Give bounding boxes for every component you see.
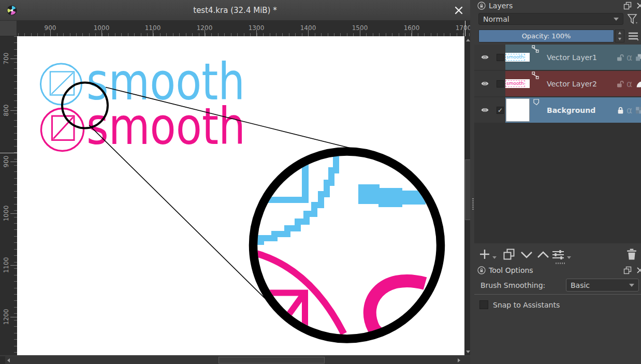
- scroll-right-button[interactable]: [456, 356, 462, 364]
- layer-thumbnail[interactable]: smooth: [505, 79, 530, 88]
- horizontal-scrollbar-thumb[interactable]: [218, 357, 325, 363]
- alpha-lock-icon[interactable]: α: [627, 105, 632, 115]
- snap-to-assistants-label: Snap to Assistants: [493, 301, 560, 309]
- lock-open-icon[interactable]: [617, 53, 624, 61]
- chevron-up-icon: [536, 250, 550, 260]
- blend-mode-value: Normal: [483, 15, 509, 23]
- lock-open-icon[interactable]: [617, 80, 624, 88]
- layer-style-icon[interactable]: [635, 53, 641, 61]
- chevron-down-icon: [567, 256, 571, 259]
- horizontal-ruler: 900 1000 1100 1200 1300 1400 1500 1600 1…: [17, 21, 471, 36]
- vruler-label: 1000: [3, 206, 10, 222]
- delete-layer-button[interactable]: [627, 245, 637, 260]
- vruler-label: 1100: [3, 257, 10, 273]
- tool-options-docker-header[interactable]: Tool Options: [477, 265, 641, 276]
- blend-mode-dropdown[interactable]: Normal: [478, 13, 623, 25]
- vruler-label: 800: [3, 105, 10, 117]
- canvas-drawing: smooth smooth: [17, 36, 464, 355]
- brush-smoothing-label: Brush Smoothing:: [480, 281, 545, 289]
- titlebar[interactable]: test4.kra (32.4 MiB) *: [0, 0, 470, 21]
- vruler-label: 700: [3, 53, 10, 65]
- docker-lock-icon[interactable]: [477, 266, 486, 274]
- panel-splitter-handle[interactable]: [472, 198, 474, 210]
- ruler-corner: [0, 21, 17, 36]
- layer-row-vector-layer1[interactable]: smooth Vector Layer1 α: [474, 45, 641, 70]
- layer-filter-icon[interactable]: [627, 13, 639, 25]
- chevron-down-icon: [520, 250, 533, 260]
- layers-docker-header[interactable]: Layers: [477, 0, 641, 11]
- scroll-left-button[interactable]: [5, 356, 12, 364]
- canvas[interactable]: smooth smooth: [17, 36, 464, 355]
- duplicate-layer-button[interactable]: [503, 245, 515, 260]
- vector-layer-badge-icon: [532, 71, 539, 79]
- pointer-position-marker: [465, 21, 465, 36]
- plus-icon: [479, 249, 490, 260]
- brush-smoothing-dropdown[interactable]: Basic: [566, 279, 639, 292]
- tool-options-docker-title: Tool Options: [489, 266, 533, 274]
- opacity-decrease-button[interactable]: [616, 36, 624, 42]
- close-icon[interactable]: [454, 5, 464, 16]
- vector-layer-badge-icon: [532, 45, 539, 53]
- chevron-down-icon: [492, 256, 497, 259]
- onion-skin-icon[interactable]: [635, 80, 641, 88]
- layer-checkbox[interactable]: [497, 54, 504, 61]
- opacity-spinner: [615, 30, 624, 42]
- canvas-text-magenta: smooth: [86, 97, 245, 156]
- vertical-ruler: 700 800 900 1000 1100 1200: [0, 36, 17, 355]
- alpha-lock-icon[interactable]: α: [627, 79, 632, 89]
- layers-docker-title: Layers: [489, 2, 513, 10]
- layer-checkbox[interactable]: ✓: [497, 107, 504, 114]
- vruler-label: 900: [3, 156, 10, 168]
- docker-panel: Layers Normal Opacity: 100%: [470, 0, 641, 364]
- add-layer-button[interactable]: [479, 245, 497, 260]
- magenta-vector-icon: [41, 109, 84, 151]
- properties-sliders-icon: [552, 250, 565, 260]
- move-layer-up-button[interactable]: [536, 245, 550, 260]
- visibility-eye-icon[interactable]: [480, 54, 489, 61]
- float-docker-icon[interactable]: [623, 2, 632, 10]
- move-layer-down-button[interactable]: [520, 245, 533, 260]
- layer-name[interactable]: Vector Layer2: [547, 80, 597, 88]
- divider: [474, 294, 641, 295]
- close-docker-icon[interactable]: [636, 266, 641, 274]
- krita-window: test4.kra (32.4 MiB) * 900 1000 1100 120…: [0, 0, 641, 364]
- pointer-position-marker: [0, 153, 17, 153]
- duplicate-icon: [503, 249, 515, 260]
- close-docker-icon[interactable]: [636, 2, 641, 10]
- visibility-eye-icon[interactable]: [480, 80, 489, 87]
- visibility-eye-icon[interactable]: [480, 107, 489, 113]
- opacity-value: Opacity: 100%: [522, 32, 571, 40]
- alpha-lock-icon[interactable]: α: [627, 52, 632, 63]
- layer-name[interactable]: Vector Layer1: [547, 53, 597, 62]
- horizontal-scrollbar[interactable]: [0, 356, 471, 364]
- window-title: test4.kra (32.4 MiB) *: [0, 6, 470, 15]
- layer-thumbnail[interactable]: smooth: [505, 53, 530, 62]
- opacity-slider[interactable]: Opacity: 100%: [478, 30, 614, 42]
- alpha-channel-icon[interactable]: [635, 106, 641, 114]
- vruler-label: 1200: [3, 309, 10, 325]
- layer-row-background[interactable]: ✓ Background α: [474, 97, 641, 123]
- trash-icon: [627, 249, 637, 260]
- checkmark-icon: ✓: [498, 107, 503, 114]
- chevron-down-icon: [614, 18, 619, 21]
- snap-to-assistants-checkbox[interactable]: [479, 300, 488, 309]
- layers-menu-icon[interactable]: [628, 31, 640, 41]
- docker-splitter-handle[interactable]: [556, 263, 566, 264]
- opacity-increase-button[interactable]: [616, 30, 624, 36]
- layer-properties-button[interactable]: [552, 245, 571, 260]
- layer-name[interactable]: Background: [547, 106, 595, 114]
- layer-thumbnail[interactable]: [506, 98, 530, 122]
- brush-smoothing-value: Basic: [571, 281, 590, 289]
- float-docker-icon[interactable]: [623, 266, 632, 274]
- layer-checkbox[interactable]: [497, 80, 504, 88]
- paint-layer-badge-icon: [533, 98, 540, 106]
- chevron-down-icon: [629, 284, 634, 287]
- docker-lock-icon[interactable]: [477, 2, 486, 10]
- lock-closed-icon[interactable]: [617, 106, 624, 114]
- layer-row-vector-layer2[interactable]: smooth Vector Layer2 α: [474, 71, 641, 96]
